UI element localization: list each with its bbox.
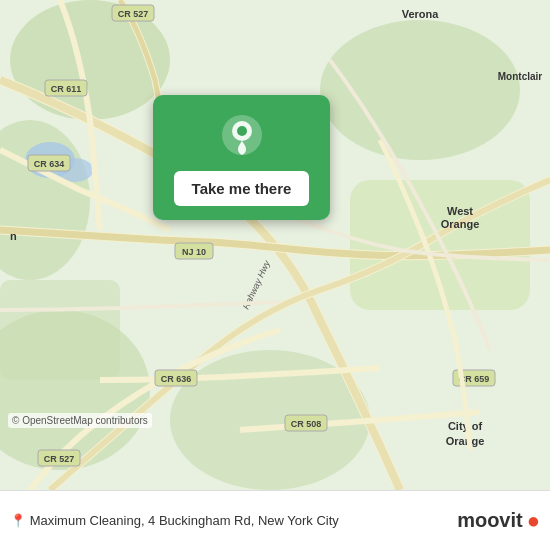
map-pin-icon [220, 113, 264, 157]
footer-bar: 📍 Maximum Cleaning, 4 Buckingham Rd, New… [0, 490, 550, 550]
svg-text:CR 508: CR 508 [291, 419, 322, 429]
map-container: NJ 10 Rahway Hwy CR 527 CR 611 CR 634 CR… [0, 0, 550, 490]
svg-text:CR 527: CR 527 [44, 454, 75, 464]
moovit-logo: moovit ● [457, 508, 540, 534]
brand-dot: ● [527, 508, 540, 534]
svg-text:CR 634: CR 634 [34, 159, 65, 169]
map-attribution: © OpenStreetMap contributors [8, 413, 152, 428]
brand-name: moovit [457, 509, 523, 532]
location-label: Maximum Cleaning, 4 Buckingham Rd, New Y… [30, 513, 339, 528]
take-me-there-button[interactable]: Take me there [174, 171, 310, 206]
svg-text:Montclair: Montclair [498, 71, 543, 82]
location-card: Take me there [153, 95, 330, 220]
svg-text:CR 636: CR 636 [161, 374, 192, 384]
svg-rect-7 [0, 280, 120, 380]
location-text: 📍 Maximum Cleaning, 4 Buckingham Rd, New… [10, 513, 457, 528]
svg-text:Orange: Orange [446, 435, 485, 447]
svg-text:NJ 10: NJ 10 [182, 247, 206, 257]
svg-text:n: n [10, 230, 17, 242]
svg-text:West: West [447, 205, 473, 217]
svg-text:CR 527: CR 527 [118, 9, 149, 19]
location-pin-emoji: 📍 [10, 513, 26, 528]
svg-point-36 [237, 126, 247, 136]
svg-text:Verona: Verona [402, 8, 440, 20]
svg-text:Orange: Orange [441, 218, 480, 230]
svg-text:CR 611: CR 611 [51, 84, 82, 94]
